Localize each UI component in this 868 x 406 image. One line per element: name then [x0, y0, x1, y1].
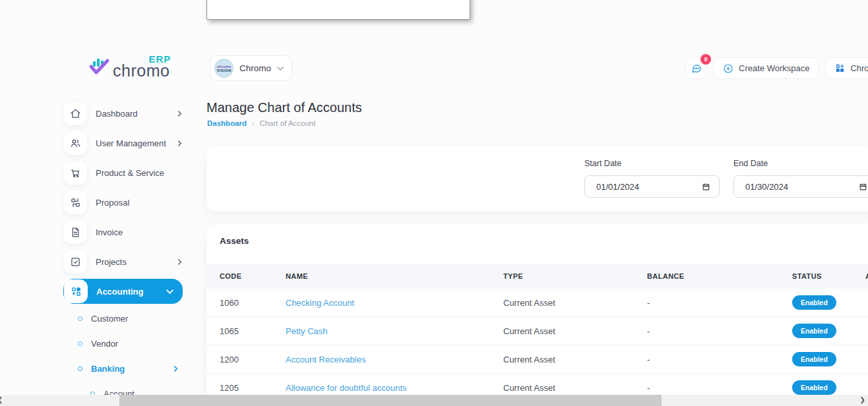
col-header-name: NAME: [286, 272, 503, 280]
cart-icon: [63, 161, 87, 185]
start-date-input[interactable]: 01/01/2024: [584, 175, 720, 198]
col-header-type: TYPE: [503, 272, 647, 280]
workspace-menu-button[interactable]: Chromo: [825, 57, 868, 79]
cell-balance: -: [647, 298, 792, 308]
check-square-icon: [63, 250, 87, 274]
account-link[interactable]: Account Receivables: [286, 355, 503, 364]
table-body: 1060 Checking Account Current Asset - En…: [206, 289, 868, 402]
workspace-selector[interactable]: chromo VISION Chromo: [210, 55, 292, 81]
workspace-name: Chromo: [239, 63, 271, 73]
cell-balance: -: [647, 383, 792, 393]
workspace-menu-label: Chromo: [850, 63, 868, 73]
sidebar-item-projects[interactable]: Projects: [63, 249, 183, 274]
chat-bubble-icon: [691, 63, 702, 74]
sidebar-item-invoice[interactable]: Invoice: [63, 219, 183, 245]
sidebar-item-label: Projects: [96, 257, 127, 267]
chevron-right-icon: [177, 140, 183, 146]
chevron-right-icon: [177, 111, 183, 117]
app-logo: chromo ERP: [88, 55, 170, 79]
col-header-code: CODE: [220, 272, 286, 280]
calendar-icon[interactable]: [859, 183, 867, 191]
chevron-down-icon: [166, 288, 173, 295]
sidebar-item-label: Dashboard: [96, 109, 138, 119]
sidebar-item-accounting[interactable]: Accounting: [63, 279, 183, 304]
assets-table-card: Assets CODE NAME TYPE BALANCE STATUS ACT…: [206, 224, 868, 406]
horizontal-scrollbar[interactable]: ❮ ❯: [0, 395, 868, 406]
col-header-balance: BALANCE: [647, 272, 792, 280]
home-icon: [63, 102, 87, 125]
sidebar-item-product-service[interactable]: Product & Service: [63, 160, 183, 185]
scrollbar-left-arrow-icon[interactable]: ❮: [0, 396, 3, 403]
sidebar: Dashboard User Management Product & Serv…: [63, 101, 183, 406]
sidebar-item-label: User Management: [96, 138, 166, 148]
end-date-label: End Date: [733, 159, 768, 168]
sidebar-item-user-management[interactable]: User Management: [63, 130, 183, 156]
chevron-right-icon: [173, 366, 179, 372]
cell-balance: -: [647, 326, 792, 336]
sidebar-item-dashboard[interactable]: Dashboard: [63, 101, 183, 126]
submenu-item-customer[interactable]: Customer: [78, 308, 183, 328]
cell-balance: -: [647, 355, 792, 364]
calendar-icon[interactable]: [702, 183, 710, 191]
sidebar-item-label: Product & Service: [96, 168, 164, 178]
accounting-submenu: Customer Vendor Banking Account: [63, 308, 183, 403]
table-row: 1060 Checking Account Current Asset - En…: [206, 289, 868, 317]
users-icon: [63, 131, 87, 155]
bullet-icon: [78, 341, 82, 346]
end-date-input[interactable]: 01/30/2024: [733, 175, 868, 198]
scrollbar-right-arrow-icon[interactable]: ❯: [860, 396, 865, 403]
col-header-status: STATUS: [792, 272, 865, 280]
logo-wordmark: chromo ERP: [113, 63, 170, 79]
breadcrumb-current: Chart of Account: [259, 119, 315, 127]
breadcrumb-dashboard-link[interactable]: Dashboard: [207, 119, 247, 127]
create-workspace-label: Create Workspace: [739, 63, 809, 73]
table-header-row: CODE NAME TYPE BALANCE STATUS ACTION: [206, 264, 868, 289]
bullet-icon: [78, 366, 82, 371]
notification-badge: 0: [700, 54, 711, 65]
section-title: Assets: [220, 236, 249, 246]
account-link[interactable]: Allowance for doubtful accounts: [286, 383, 503, 393]
status-badge[interactable]: Enabled: [792, 352, 836, 366]
col-header-action: ACTION: [865, 272, 868, 280]
cell-type: Current Asset: [503, 298, 647, 308]
status-badge[interactable]: Enabled: [792, 295, 836, 310]
submenu-item-vendor[interactable]: Vendor: [78, 334, 183, 353]
grid-plus-icon: [64, 279, 88, 303]
table-row: 1065 Petty Cash Current Asset - Enabled: [206, 317, 868, 345]
topbar-actions: 0 Create Workspace Chromo: [685, 57, 868, 79]
sidebar-item-label: Proposal: [96, 198, 129, 208]
logo-erp-suffix: ERP: [149, 54, 171, 64]
table-row: 1200 Account Receivables Current Asset -…: [206, 345, 868, 374]
bullet-icon: [78, 316, 82, 321]
start-date-label: Start Date: [584, 159, 621, 168]
status-badge[interactable]: Enabled: [792, 380, 836, 395]
floating-popup: [206, 0, 470, 20]
submenu-item-banking[interactable]: Banking: [78, 359, 183, 378]
create-workspace-button[interactable]: Create Workspace: [713, 57, 819, 79]
sidebar-item-label: Invoice: [96, 227, 123, 237]
cell-type: Current Asset: [503, 383, 647, 393]
page-title: Manage Chart of Accounts: [206, 100, 362, 115]
scrollbar-thumb[interactable]: [119, 395, 662, 406]
chevron-right-icon: [177, 259, 183, 265]
cell-type: Current Asset: [503, 326, 647, 336]
account-link[interactable]: Checking Account: [286, 298, 503, 308]
filter-panel: Start Date 01/01/2024 End Date 01/30/202…: [206, 146, 868, 212]
chat-button[interactable]: 0: [685, 57, 707, 79]
grid-plus-icon: [835, 63, 845, 73]
sidebar-item-label: Accounting: [96, 287, 144, 297]
breadcrumb: Dashboard › Chart of Account: [207, 119, 315, 127]
chevron-down-icon: [277, 65, 284, 72]
cell-code: 1205: [220, 383, 286, 393]
sidebar-item-proposal[interactable]: Proposal: [63, 190, 183, 215]
grid-swap-icon: [63, 190, 87, 214]
cell-code: 1065: [220, 326, 286, 336]
account-link[interactable]: Petty Cash: [286, 326, 503, 336]
cell-type: Current Asset: [503, 355, 647, 364]
plus-circle-icon: [723, 63, 733, 74]
workspace-avatar: chromo VISION: [214, 59, 233, 78]
cell-code: 1060: [220, 298, 286, 308]
cell-code: 1200: [220, 355, 286, 364]
logo-check-bars-icon: [88, 55, 111, 78]
status-badge[interactable]: Enabled: [792, 324, 836, 338]
